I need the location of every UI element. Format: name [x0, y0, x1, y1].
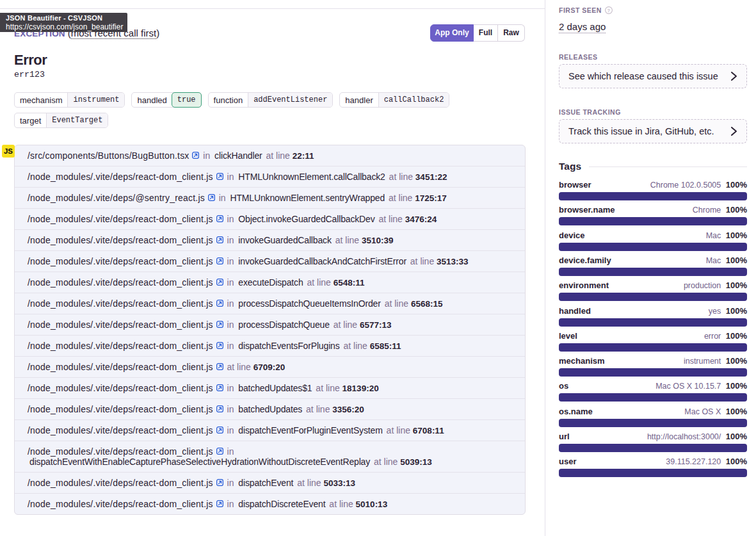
- svg-text:?: ?: [607, 8, 611, 13]
